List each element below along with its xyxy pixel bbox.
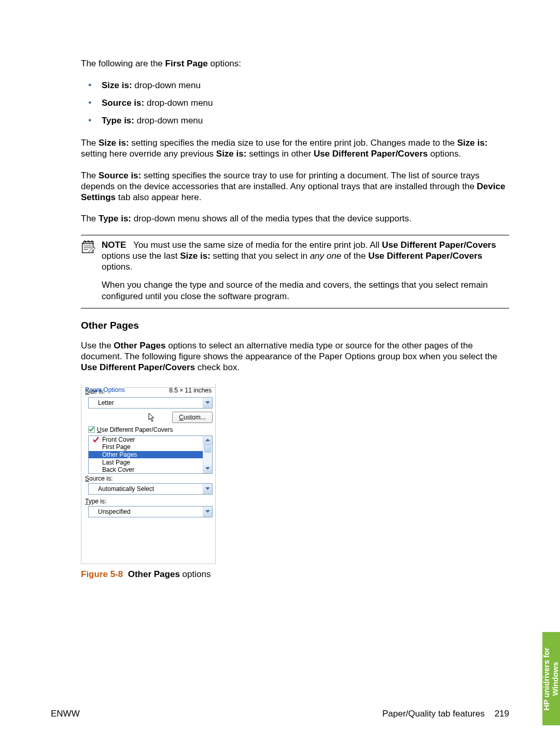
text-bold: Source is: xyxy=(99,171,141,180)
use-different-paper-checkbox-row[interactable]: Use Different Paper/Covers xyxy=(88,426,213,433)
note-block: NOTE You must use the same size of media… xyxy=(81,235,509,308)
scroll-track[interactable] xyxy=(203,445,212,465)
text: drop-down menu shows all of the media ty… xyxy=(131,214,412,223)
text-bold: Source is: xyxy=(102,98,144,108)
text: setting specifies the source tray to use… xyxy=(81,171,480,191)
note-text: NOTE You must use the same size of media… xyxy=(102,240,509,304)
figure-title-bold: Other Pages xyxy=(128,569,180,579)
text: of the xyxy=(341,251,368,261)
text: setting here override any previous xyxy=(81,149,216,159)
chevron-down-icon[interactable] xyxy=(203,398,212,408)
list-item-other-pages[interactable]: Other Pages xyxy=(89,451,212,459)
text: The xyxy=(81,138,99,148)
text-bold: Use Different Paper/Covers xyxy=(382,240,496,250)
custom-button[interactable]: Custom... xyxy=(172,412,213,423)
text: Use the xyxy=(81,341,114,350)
text: setting specifies the media size to use … xyxy=(129,138,457,148)
list-item-back-cover[interactable]: Back Cover xyxy=(89,466,212,474)
type-label: Type is: xyxy=(85,498,213,505)
text: The following are the xyxy=(81,59,165,68)
scroll-up-icon[interactable] xyxy=(203,436,212,445)
list-item-first-page[interactable]: First Page xyxy=(89,443,212,451)
note-label: NOTE xyxy=(102,240,126,250)
groupbox-title: Paper Options xyxy=(85,386,214,393)
footer-right: Paper/Quality tab features 219 xyxy=(382,709,509,719)
text: drop-down menu xyxy=(144,98,213,108)
text-bold: Size is: xyxy=(99,138,129,148)
text-bold: Size is: xyxy=(180,251,211,261)
text: settings in other xyxy=(246,149,313,159)
text-bold: Size is: xyxy=(102,80,132,90)
first-page-options-list: Size is: drop-down menu Source is: drop-… xyxy=(81,80,509,126)
text-bold: Use Different Paper/Covers xyxy=(314,149,428,159)
dropdown-value: Letter xyxy=(98,399,114,406)
figure-caption: Figure 5-8 Other Pages options xyxy=(81,569,509,580)
page-number: 219 xyxy=(495,709,509,719)
text: options. xyxy=(102,262,133,272)
list-item-label: Front Cover xyxy=(102,436,135,443)
text-bold: Type is: xyxy=(99,214,131,223)
text: The xyxy=(81,214,99,223)
list-item-label: Other Pages xyxy=(102,451,137,458)
scroll-thumb[interactable] xyxy=(204,445,211,453)
scrollbar[interactable] xyxy=(203,436,212,473)
size-dropdown[interactable]: Letter xyxy=(88,397,213,409)
paper-options-groupbox: Paper Options Size is: 8.5 × 11 inches L… xyxy=(81,384,216,564)
text-bold: Size is: xyxy=(216,149,247,159)
section-paragraph: Use the Other Pages options to select an… xyxy=(81,340,509,373)
text: tab also appear here. xyxy=(116,192,201,202)
paragraph-source-is: The Source is: setting specifies the sou… xyxy=(81,170,509,203)
dropdown-value: Unspecified xyxy=(98,508,131,515)
text: check box. xyxy=(195,362,240,372)
list-item-label: Back Cover xyxy=(102,466,134,473)
text: drop-down menu xyxy=(134,116,203,125)
footer-left: ENWW xyxy=(51,709,80,719)
footer-section: Paper/Quality tab features xyxy=(382,709,485,719)
side-tab-label: HP unidrivers forWindows xyxy=(543,647,560,710)
text: The xyxy=(81,171,99,180)
text-bold: Type is: xyxy=(102,116,134,125)
text: setting that you select in xyxy=(211,251,310,261)
list-item: Source is: drop-down menu xyxy=(81,98,509,108)
text: options xyxy=(180,569,211,579)
page-footer: ENWW Paper/Quality tab features 219 xyxy=(51,709,509,719)
text: options use the last xyxy=(102,251,180,261)
text: You must use the same size of media for … xyxy=(133,240,382,250)
text: options: xyxy=(208,59,241,68)
scroll-down-icon[interactable] xyxy=(203,465,212,473)
note-paragraph: When you change the type and source of t… xyxy=(102,279,509,302)
chevron-down-icon[interactable] xyxy=(203,484,212,494)
list-item-front-cover[interactable]: Front Cover xyxy=(89,436,212,444)
text-bold: Use Different Paper/Covers xyxy=(368,251,482,261)
cursor-icon xyxy=(148,413,157,422)
checkbox-checked-icon[interactable] xyxy=(88,426,95,433)
paragraph-size-is: The Size is: setting specifies the media… xyxy=(81,137,509,160)
checkbox-label: Use Different Paper/Covers xyxy=(97,426,173,433)
list-item: Size is: drop-down menu xyxy=(81,80,509,91)
text: drop-down menu xyxy=(132,80,201,90)
document-page: The following are the First Page options… xyxy=(0,0,560,745)
source-dropdown[interactable]: Automatically Select xyxy=(88,483,213,495)
text-bold: First Page xyxy=(165,59,208,68)
note-icon xyxy=(81,240,95,304)
intro-line: The following are the First Page options… xyxy=(81,59,509,69)
chevron-down-icon[interactable] xyxy=(203,507,212,517)
text-bold: Use Different Paper/Covers xyxy=(81,362,195,372)
type-dropdown[interactable]: Unspecified xyxy=(88,506,213,517)
text-bold: Size is: xyxy=(457,138,488,148)
list-item: Type is: drop-down menu xyxy=(81,116,509,126)
list-item-label: Last Page xyxy=(102,459,130,466)
source-label: Source is: xyxy=(85,475,213,482)
text-bold: Other Pages xyxy=(114,341,165,350)
text-italic: any one xyxy=(310,251,342,261)
paragraph-type-is: The Type is: drop-down menu shows all of… xyxy=(81,213,509,224)
figure-label: Figure 5-8 xyxy=(81,569,123,579)
pages-listbox[interactable]: Front Cover First Page Other Pages Last … xyxy=(88,435,213,474)
side-tab: HP unidrivers forWindows xyxy=(542,632,560,725)
section-heading-other-pages: Other Pages xyxy=(81,320,509,331)
list-item-label: First Page xyxy=(102,443,131,451)
dropdown-value: Automatically Select xyxy=(98,485,154,493)
list-item-last-page[interactable]: Last Page xyxy=(89,458,212,466)
text: options. xyxy=(428,149,461,159)
